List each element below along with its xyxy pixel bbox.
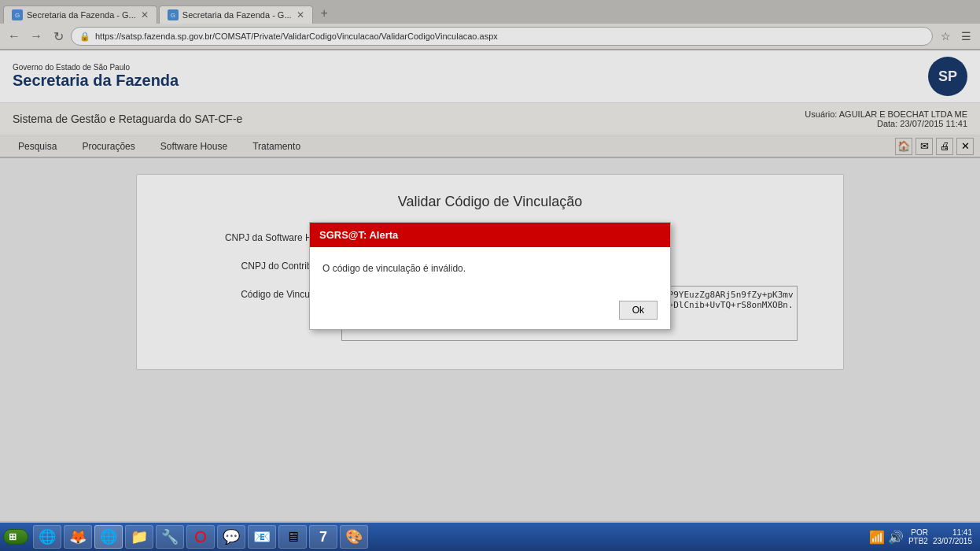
taskbar-clock: 11:41 23/07/2015 — [933, 528, 972, 545]
taskbar-system-icons: 📶 🔊 — [869, 530, 904, 545]
taskbar-app-explorer[interactable]: 📁 — [125, 525, 153, 549]
taskbar-apps: 🌐 🦊 🌐 📁 🔧 O 💬 📧 🖥 7 🎨 — [33, 525, 869, 549]
alert-dialog: SGRS@T: Alerta O código de vinculação é … — [309, 222, 671, 330]
taskbar-app-tools[interactable]: 🔧 — [156, 525, 184, 549]
network-icon: 📶 — [869, 530, 885, 545]
start-button[interactable]: ⊞ — [3, 529, 28, 545]
dialog-body: O código de vinculação é inválido. — [310, 247, 670, 294]
taskbar: ⊞ 🌐 🦊 🌐 📁 🔧 O 💬 📧 🖥 7 🎨 📶 🔊 POR PTB2 11:… — [0, 523, 980, 551]
taskbar-clock-date: 23/07/2015 — [933, 537, 972, 545]
taskbar-app-opera[interactable]: O — [186, 525, 215, 549]
dialog-header: SGRS@T: Alerta — [310, 223, 670, 247]
taskbar-keyboard: PTB2 — [908, 537, 928, 545]
dialog-footer: Ok — [310, 294, 670, 329]
taskbar-time-block: POR PTB2 — [908, 528, 928, 545]
volume-icon: 🔊 — [888, 530, 904, 545]
taskbar-app-mail[interactable]: 📧 — [248, 525, 276, 549]
dialog-ok-button[interactable]: Ok — [619, 301, 658, 320]
taskbar-right: 📶 🔊 POR PTB2 11:41 23/07/2015 — [869, 528, 977, 545]
taskbar-app-chrome[interactable]: 🌐 — [94, 525, 123, 549]
dialog-overlay: SGRS@T: Alerta O código de vinculação é … — [0, 0, 980, 551]
taskbar-clock-time: 11:41 — [933, 528, 972, 537]
taskbar-app-7[interactable]: 7 — [309, 525, 337, 549]
taskbar-app-paint[interactable]: 🎨 — [340, 525, 368, 549]
taskbar-language: POR — [908, 528, 928, 537]
windows-icon: ⊞ — [9, 531, 17, 542]
taskbar-app-firefox[interactable]: 🦊 — [64, 525, 92, 549]
taskbar-app-ie[interactable]: 🌐 — [33, 525, 61, 549]
taskbar-app-skype[interactable]: 💬 — [217, 525, 245, 549]
taskbar-app-vm[interactable]: 🖥 — [278, 525, 307, 549]
